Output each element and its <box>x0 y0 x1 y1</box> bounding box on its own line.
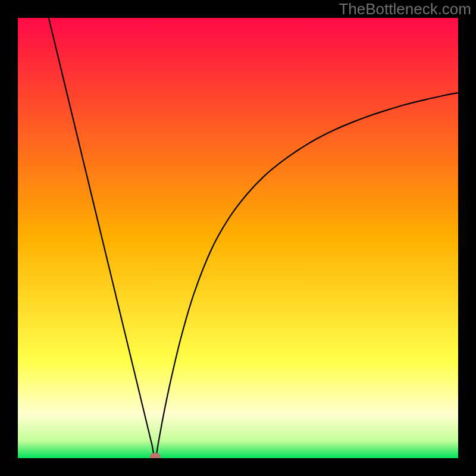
svg-rect-0 <box>18 18 458 458</box>
plot-area <box>18 18 458 458</box>
chart-svg <box>18 18 458 458</box>
chart-frame: TheBottleneck.com <box>0 0 476 476</box>
watermark-text: TheBottleneck.com <box>339 0 471 18</box>
